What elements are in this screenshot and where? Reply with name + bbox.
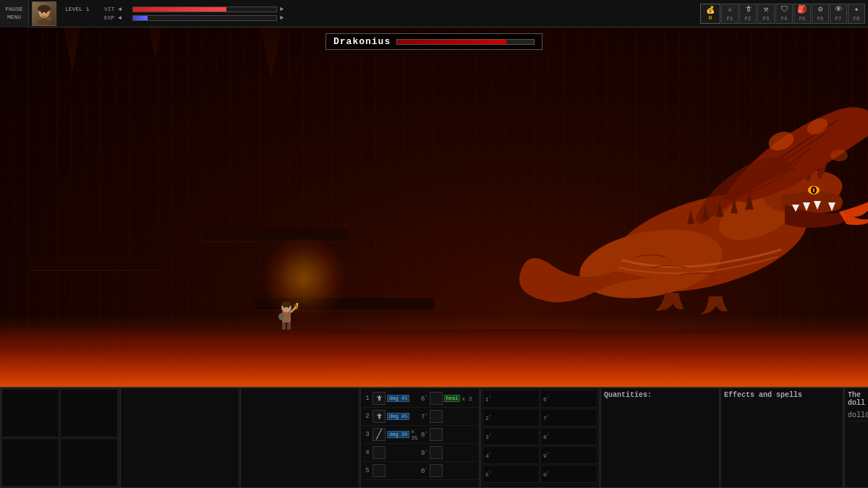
slot-icon-4 <box>373 446 386 459</box>
f1-icon[interactable]: ⚔ F1 <box>721 4 739 24</box>
f3-icon[interactable]: ⚒ F3 <box>757 4 775 24</box>
col2-icon-2 <box>430 410 443 423</box>
slot-num-1: 1 <box>364 395 371 402</box>
effects-title: Effects and spells <box>724 391 840 399</box>
exp-label: EXP ◄ <box>104 14 129 21</box>
slot-num-2: 2 <box>364 413 371 420</box>
f7-icon[interactable]: 👁 F7 <box>830 4 847 24</box>
col2-num-5: 0↑ <box>421 466 428 475</box>
spell-slot-9[interactable]: 9↑ <box>540 446 597 464</box>
inv-slot-3[interactable] <box>1 438 59 487</box>
slot-info-1: dmg 45 <box>387 395 420 402</box>
col2-icon-5 <box>430 464 443 477</box>
spell-slot-3[interactable]: 3↑ <box>482 427 540 445</box>
f3-symbol: ⚒ <box>764 6 769 14</box>
ledge-1 <box>29 258 159 271</box>
doll-item-count: 0/1 <box>865 411 868 419</box>
exp-arrow: ► <box>280 14 284 22</box>
svg-point-19 <box>278 313 284 320</box>
doll-item-row-1[interactable]: doll 0/1 <box>848 410 868 421</box>
count-badge-3: x 35 <box>411 428 419 441</box>
spell-slot-1[interactable]: 1↑ <box>482 390 540 408</box>
spell-slot-6[interactable]: 6↑ <box>540 390 597 408</box>
top-hud: PAUSE MENU LEVEL 1 VIT ◄ ► <box>0 0 868 27</box>
spell-slot-7[interactable]: 7↑ <box>540 408 597 427</box>
spell-slot-2[interactable]: 2↑ <box>482 408 540 427</box>
f6-icon[interactable]: ⚙ F6 <box>812 4 829 24</box>
doll-item-name: doll <box>848 411 865 419</box>
spell-slot-0[interactable]: 0↑ <box>540 465 597 483</box>
action-row-3[interactable]: 3 ╱ dmg 30 x 35 8↑ <box>362 426 477 444</box>
spell-slots-panel: 1↑ 6↑ 2↑ 7↑ 3↑ 8↑ 4↑ 9↑ <box>480 388 600 488</box>
quantities-panel: Quantities: <box>600 388 720 488</box>
quantities-title: Quantities: <box>604 391 716 399</box>
pause-menu-button[interactable]: PAUSE MENU <box>0 0 29 27</box>
f4-symbol: 🛡 <box>780 6 788 14</box>
ledge-2 <box>203 229 347 242</box>
col2-icon-1 <box>430 392 443 405</box>
col2-num-4: 9↑ <box>421 448 428 457</box>
slot-num-4: 4 <box>364 449 371 456</box>
spell-grid: 1↑ 6↑ 2↑ 7↑ 3↑ 8↑ 4↑ 9↑ <box>482 390 597 483</box>
f6-symbol: ⚙ <box>818 6 823 14</box>
spell-slot-8[interactable]: 8↑ <box>540 427 597 445</box>
svg-rect-17 <box>282 322 286 330</box>
spell-slot-4[interactable]: 4↑ <box>482 446 540 464</box>
action-row-5[interactable]: 5 0↑ <box>362 462 477 480</box>
player-character <box>275 298 298 333</box>
boss-health-container: Drakonius <box>326 33 542 50</box>
level-label: LEVEL 1 <box>65 6 101 12</box>
inv-slot-2[interactable] <box>60 389 118 437</box>
col2-num-1: 6↑ <box>421 394 428 403</box>
vit-fill <box>133 7 226 12</box>
action-row-1[interactable]: 1 🗡 dmg 45 6↑ heal x 2 <box>362 390 477 408</box>
f8-icon[interactable]: ✦ F8 <box>848 4 865 24</box>
slot-num-3: 3 <box>364 431 371 438</box>
slot-icon-2: 🗡 <box>373 410 386 423</box>
player-avatar <box>32 1 56 26</box>
game-canvas: Drakonius <box>0 27 868 387</box>
doll-header: The doll S <box>848 391 868 407</box>
vit-arrow: ► <box>280 6 284 13</box>
boss-name: Drakonius <box>333 36 391 47</box>
pause-label: PAUSE <box>5 6 22 13</box>
f2-symbol: 🗡 <box>744 6 752 14</box>
gold-display: 💰 0 <box>700 4 720 24</box>
inventory-panel-1 <box>0 388 119 488</box>
dmg-badge-3: dmg 30 <box>387 431 409 438</box>
game-area[interactable]: Drakonius <box>0 27 868 387</box>
dragon-enemy <box>506 83 868 358</box>
f8-symbol: ✦ <box>854 6 859 14</box>
slot-icon-5 <box>373 464 386 477</box>
f2-icon[interactable]: 🗡 F2 <box>739 4 757 24</box>
vit-bar <box>132 7 277 12</box>
boss-health-bar <box>396 39 535 45</box>
action-row-2[interactable]: 2 🗡 dmg 45 7↑ <box>362 408 477 426</box>
gold-amount: 0 <box>709 14 712 21</box>
inventory-panel-3[interactable] <box>240 388 359 488</box>
heal-count: x 2 <box>461 395 472 402</box>
slot-info-2: dmg 45 <box>387 413 420 420</box>
svg-point-1 <box>38 5 51 12</box>
spell-slot-5[interactable]: 5↑ <box>482 465 540 483</box>
inv-slot-4[interactable] <box>60 438 118 487</box>
svg-point-12 <box>284 307 285 308</box>
menu-label: MENU <box>7 14 21 21</box>
inv-slot-1[interactable] <box>1 389 59 437</box>
f7-symbol: 👁 <box>835 6 843 14</box>
svg-point-4 <box>41 11 43 12</box>
svg-rect-3 <box>46 10 48 11</box>
col2-icon-4 <box>430 446 443 459</box>
right-icons: 💰 0 ⚔ F1 🗡 F2 ⚒ F3 🛡 F4 🎒 F5 ⚙ F6 👁 <box>700 4 865 24</box>
svg-rect-18 <box>287 322 291 330</box>
dmg-badge-2: dmg 45 <box>387 413 409 420</box>
bottom-ui: 1 🗡 dmg 45 6↑ heal x 2 2 🗡 dmg 45 7↑ <box>0 387 868 488</box>
inventory-panel-2[interactable] <box>120 388 239 488</box>
heal-badge: heal <box>444 395 461 402</box>
dmg-badge-1: dmg 45 <box>387 395 409 402</box>
action-row-4[interactable]: 4 9↑ <box>362 444 477 462</box>
vit-label: VIT ◄ <box>104 6 129 12</box>
boss-health-fill <box>397 40 506 44</box>
f4-icon[interactable]: 🛡 F4 <box>775 4 793 24</box>
f5-icon[interactable]: 🎒 F5 <box>793 4 811 24</box>
